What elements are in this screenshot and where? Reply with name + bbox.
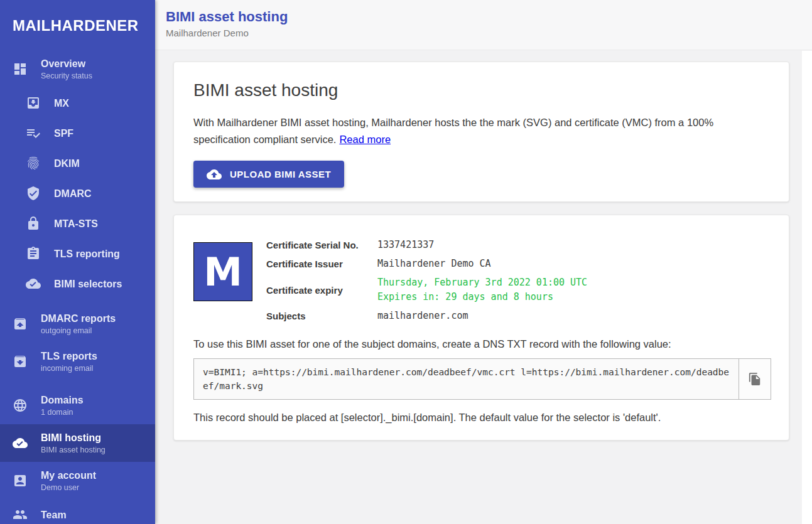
- serial-value: 1337421337: [377, 238, 587, 252]
- sidebar-item-dkim[interactable]: DKIM: [0, 148, 155, 178]
- inbox-download-icon: [26, 95, 41, 110]
- expiry-date: Thursday, February 3rd 2022 01:00 UTC: [377, 275, 587, 290]
- sidebar-item-label: DMARC reports: [41, 313, 116, 324]
- sidebar-item-label: TLS reporting: [54, 248, 120, 260]
- serial-label: Certificate Serial No.: [266, 240, 377, 250]
- certificate-summary: M Certificate Serial No. 1337421337 Cert…: [193, 238, 769, 323]
- dns-record-block: v=BIMI1; a=https://bimi.mailhardener.com…: [193, 358, 771, 400]
- selector-note-text: This record should be placed at [selecto…: [193, 412, 769, 424]
- sidebar-item-mx[interactable]: MX: [0, 88, 155, 118]
- issuer-value: Mailhardener Demo CA: [377, 257, 587, 271]
- account-box-icon: [13, 473, 28, 488]
- sidebar-item-label: TLS reports: [41, 350, 97, 362]
- dashboard-icon: [13, 61, 28, 77]
- intro-text-body: With Mailhardener BIMI asset hosting, Ma…: [193, 117, 713, 145]
- sidebar-item-domains[interactable]: Domains 1 domain: [0, 387, 155, 424]
- shield-check-icon: [26, 186, 41, 201]
- unarchive-icon: [13, 316, 28, 331]
- sidebar-item-label: Overview: [41, 58, 92, 70]
- sidebar-item-label: MX: [54, 97, 69, 109]
- issuer-label: Certificate Issuer: [266, 259, 377, 269]
- sidebar-item-label: BIMI hosting: [41, 432, 106, 444]
- dns-instruction-text: To use this BIMI asset for one of the su…: [193, 338, 769, 350]
- sidebar: MAILHARDENER Overview Security status MX…: [0, 0, 155, 524]
- expiry-label: Certificate expiry: [266, 285, 377, 296]
- upload-bimi-asset-button[interactable]: UPLOAD BIMI ASSET: [193, 161, 344, 188]
- sidebar-item-tls-reporting[interactable]: TLS reporting: [0, 238, 155, 269]
- sidebar-nav: Overview Security status MX SPF DKIM: [0, 50, 155, 524]
- dns-record-value: v=BIMI1; a=https://bimi.mailhardener.com…: [193, 358, 739, 400]
- cloud-check-icon: [13, 436, 28, 451]
- playlist-check-icon: [26, 126, 41, 141]
- sidebar-item-sublabel: outgoing email: [41, 326, 116, 335]
- sidebar-item-label: MTA-STS: [54, 218, 98, 230]
- read-more-link[interactable]: Read more: [339, 134, 391, 145]
- certificate-card: M Certificate Serial No. 1337421337 Cert…: [173, 215, 789, 441]
- fingerprint-icon: [26, 156, 41, 171]
- copy-button[interactable]: [739, 358, 771, 400]
- sidebar-item-bimi-selectors[interactable]: BIMI selectors: [0, 269, 155, 299]
- sidebar-item-sublabel: BIMI asset hosting: [41, 446, 106, 454]
- sidebar-item-label: Team: [41, 509, 67, 521]
- subjects-label: Subjects: [266, 311, 377, 321]
- copy-icon: [748, 372, 762, 386]
- page-header: BIMI asset hosting Mailhardener Demo: [155, 0, 812, 50]
- sidebar-item-label: SPF: [54, 127, 73, 139]
- sidebar-item-team[interactable]: Team: [0, 500, 155, 524]
- sidebar-item-sublabel: 1 domain: [41, 408, 84, 417]
- content-area: BIMI asset hosting With Mailhardener BIM…: [155, 50, 812, 466]
- sidebar-item-mta-sts[interactable]: MTA-STS: [0, 208, 155, 238]
- expiry-countdown: Expires in: 29 days and 8 hours: [377, 290, 587, 304]
- bimi-mark-logo: M: [193, 242, 252, 301]
- page-title: BIMI asset hosting: [166, 8, 812, 25]
- card-heading: BIMI asset hosting: [193, 80, 769, 100]
- globe-icon: [13, 398, 28, 413]
- sidebar-item-label: BIMI selectors: [54, 278, 122, 290]
- subjects-value: mailhardener.com: [377, 309, 587, 323]
- intro-card: BIMI asset hosting With Mailhardener BIM…: [173, 61, 789, 202]
- brand-logo: MAILHARDENER: [0, 0, 155, 50]
- sidebar-item-label: Domains: [41, 394, 84, 406]
- sidebar-item-overview[interactable]: Overview Security status: [0, 50, 155, 88]
- clipboard-icon: [26, 246, 41, 261]
- people-icon: [13, 507, 28, 522]
- sidebar-item-label: My account: [41, 469, 96, 481]
- main-area: BIMI asset hosting Mailhardener Demo BIM…: [155, 0, 812, 524]
- archive-icon: [13, 354, 28, 369]
- sidebar-item-sublabel: Demo user: [41, 483, 96, 492]
- sidebar-item-sublabel: incoming email: [41, 364, 97, 373]
- scrollbar[interactable]: [802, 51, 812, 524]
- sidebar-item-sublabel: Security status: [41, 72, 92, 80]
- page-subtitle: Mailhardener Demo: [166, 28, 812, 38]
- certificate-fields: Certificate Serial No. 1337421337 Certif…: [266, 238, 587, 323]
- cloud-check-icon: [26, 276, 41, 291]
- sidebar-item-dmarc-reports[interactable]: DMARC reports outgoing email: [0, 305, 155, 343]
- upload-button-label: UPLOAD BIMI ASSET: [230, 169, 331, 179]
- sidebar-item-spf[interactable]: SPF: [0, 118, 155, 148]
- sidebar-item-label: DMARC: [54, 188, 92, 200]
- expiry-value: Thursday, February 3rd 2022 01:00 UTC Ex…: [377, 275, 587, 304]
- sidebar-item-dmarc[interactable]: DMARC: [0, 178, 155, 208]
- sidebar-item-my-account[interactable]: My account Demo user: [0, 462, 155, 500]
- sidebar-item-label: DKIM: [54, 158, 80, 169]
- lock-icon: [26, 216, 41, 231]
- sidebar-item-tls-reports[interactable]: TLS reports incoming email: [0, 343, 155, 380]
- sidebar-item-bimi-hosting[interactable]: BIMI hosting BIMI asset hosting: [0, 424, 155, 462]
- intro-text: With Mailhardener BIMI asset hosting, Ma…: [193, 114, 765, 148]
- cloud-upload-icon: [207, 167, 222, 182]
